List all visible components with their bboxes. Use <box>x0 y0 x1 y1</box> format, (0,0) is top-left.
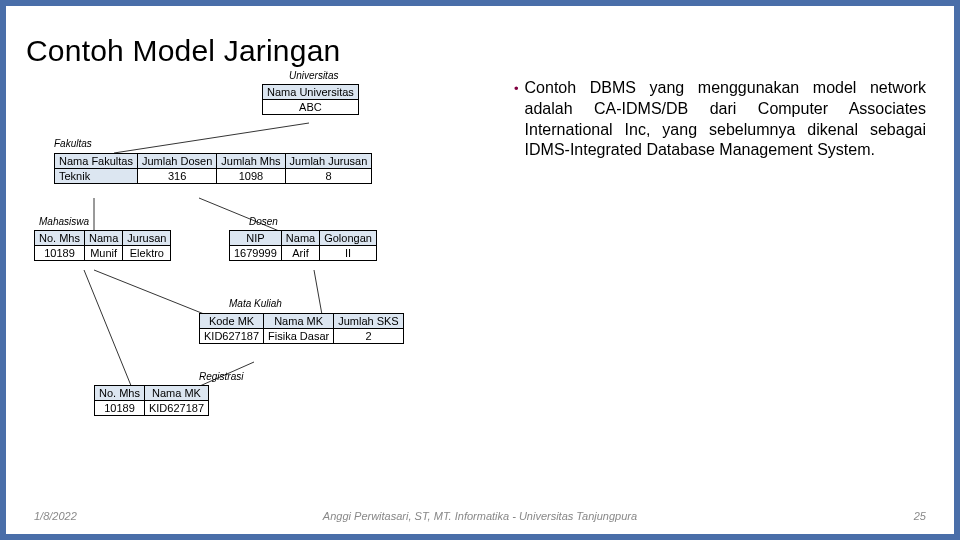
table-fakultas: Nama Fakultas Jumlah Dosen Jumlah Mhs Ju… <box>54 153 372 184</box>
label-matakuliah: Mata Kuliah <box>229 298 282 309</box>
slide-title: Contoh Model Jaringan <box>26 34 926 68</box>
network-model-diagram: Universitas Nama Universitas ABC Fakulta… <box>34 78 494 458</box>
table-dosen: NIP Nama Golongan 1679999 Arif II <box>229 230 377 261</box>
label-registrasi: Registrasi <box>199 371 243 382</box>
label-fakultas: Fakultas <box>54 138 92 149</box>
table-registrasi: No. Mhs Nama MK 10189 KID627187 <box>94 385 209 416</box>
table-mahasiswa: No. Mhs Nama Jurusan 10189 Munif Elektro <box>34 230 171 261</box>
footer-author: Anggi Perwitasari, ST, MT. Informatika -… <box>6 510 954 522</box>
label-universitas: Universitas <box>289 70 338 81</box>
table-universitas: Nama Universitas ABC <box>262 84 359 115</box>
svg-line-0 <box>114 123 309 153</box>
body-bullet: • Contoh DBMS yang menggunakan model net… <box>514 78 926 161</box>
svg-line-5 <box>84 270 134 393</box>
label-mahasiswa: Mahasiswa <box>39 216 89 227</box>
bullet-dot-icon: • <box>514 81 519 164</box>
table-matakuliah: Kode MK Nama MK Jumlah SKS KID627187 Fis… <box>199 313 404 344</box>
slide-footer: 1/8/2022 Anggi Perwitasari, ST, MT. Info… <box>6 510 954 522</box>
label-dosen: Dosen <box>249 216 278 227</box>
body-text: Contoh DBMS yang menggunakan model netwo… <box>525 78 926 161</box>
